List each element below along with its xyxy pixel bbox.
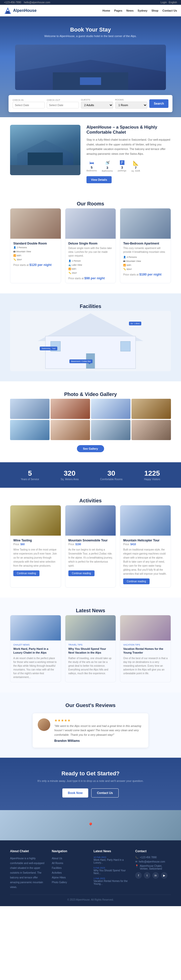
news-category-1: CHALET NEWS	[13, 643, 58, 646]
social-twitter[interactable]: t	[144, 872, 150, 879]
see-gallery-button[interactable]: See Gallery	[77, 445, 104, 452]
social-facebook[interactable]: f	[135, 872, 142, 879]
footer-nav-activities[interactable]: Activities	[52, 871, 61, 874]
social-linkedin[interactable]: in	[152, 872, 159, 879]
news-desc-3: One of the best of our research is that …	[123, 656, 168, 675]
footer-nav-about[interactable]: About Us	[52, 857, 62, 860]
gallery-item-5[interactable]	[10, 420, 50, 440]
gallery-item-6[interactable]	[50, 420, 90, 440]
house-body-shape	[45, 336, 136, 369]
news-body-3: VACATION TIPS Vacation Rental Homes for …	[120, 641, 171, 678]
guests-select[interactable]: 2 Adults1 Adult3 Adults	[81, 102, 113, 109]
stat-parking-val: 3	[118, 165, 126, 169]
gallery-item-1[interactable]	[10, 399, 50, 419]
gallery-item-3[interactable]	[91, 399, 131, 419]
nav-contact[interactable]: Contact Us	[162, 9, 177, 12]
news-card-3: VACATION TIPS Vacation Rental Homes for …	[120, 615, 171, 682]
news-title-1: Work Hard, Party Hard in a Luxury Chalet…	[13, 647, 58, 655]
gallery-item-2[interactable]	[50, 399, 90, 419]
footer-email-text: hello@alpenhouse.com	[139, 860, 165, 863]
checkin-input[interactable]	[13, 102, 45, 108]
reviews-title: Our Guest's Reviews	[10, 703, 171, 708]
activities-section: Activities Wine Tasting Price: $60 Wine …	[0, 488, 181, 598]
stat-rooms-number: 30	[100, 469, 123, 477]
room-feature-wifi-1: 📶 WiFi	[13, 255, 35, 257]
activities-title: Activities	[10, 498, 171, 504]
cta-title: Ready to Get Started?	[10, 770, 171, 777]
news-title: Latest News	[10, 608, 171, 614]
news-desc-2: Rather of traveling, one should take up …	[68, 656, 113, 675]
topbar-email[interactable]: hello@alpenhouse.com	[24, 1, 50, 4]
stat-years-label: Years of Service	[21, 478, 39, 480]
facilities-title: Facilities	[10, 304, 171, 309]
footer-news-item-2: 5 Feb 2023 Why You Should Spend Your Nex…	[93, 867, 129, 875]
stat-visitors-label: Happy Visitors	[144, 478, 160, 480]
activity-body-2: Mountain Snowmobile Tour Price: $190 As …	[65, 536, 116, 579]
gallery-item-4[interactable]	[131, 399, 171, 419]
gallery-item-8[interactable]	[131, 420, 171, 440]
facility-tag-pool[interactable]: Swimming Pool	[40, 347, 57, 350]
footer-nav-gallery[interactable]: Photo Gallery	[52, 881, 67, 884]
nav-shop[interactable]: Shop	[151, 9, 158, 12]
rooms-select[interactable]: 1 Room2 Rooms	[115, 102, 147, 109]
room-feature-view-1: 🏔 Mountain View	[13, 250, 35, 253]
social-youtube[interactable]: ▶	[161, 872, 167, 879]
parking-icon: 🅿	[118, 160, 126, 165]
news-card-2: TRAVEL TIPS Why You Should Spend Your Ne…	[65, 615, 116, 682]
room-feature-wifi-3: 📶 WiFi	[123, 264, 145, 266]
guests-field: GUESTS 2 Adults1 Adult3 Adults	[81, 99, 113, 109]
logo-text: AlpenHouse	[13, 8, 36, 13]
reviewer-avatar	[38, 718, 50, 731]
email-icon: ✉	[135, 860, 137, 863]
footer-nav-facilities[interactable]: Facilities	[52, 867, 61, 869]
room-feature-view-2: 🌊 Lake View	[68, 264, 90, 266]
nav-sydney[interactable]: Sydney	[137, 9, 147, 12]
stat-area-label: sq. 500ft	[131, 170, 140, 172]
search-button[interactable]: Search	[150, 99, 168, 108]
logo-icon	[4, 7, 11, 14]
activity-price-3: Price: $410	[123, 543, 168, 546]
activity-readmore-1[interactable]: Continue reading	[13, 570, 39, 576]
topbar-phone[interactable]: +123-456-7890	[4, 1, 21, 4]
cta-book-button[interactable]: Book Now	[62, 788, 88, 797]
nav-home[interactable]: Home	[102, 9, 110, 12]
checkout-input[interactable]	[47, 102, 79, 108]
stat-bedrooms-label: Bedrooms	[87, 169, 97, 172]
room-features-3: 👤 4 Persons 🏔 Mountain View 📶 WiFi 📏 60m…	[123, 256, 168, 270]
footer-nav-title: Navigation	[52, 850, 88, 853]
login-link[interactable]: Login	[161, 1, 167, 4]
checkout-field: CHECK-OUT	[47, 99, 79, 108]
activity-readmore-3[interactable]: Continue reading	[123, 579, 150, 584]
activity-card-3: Mountain Helicopter Tour Price: $410 Bui…	[120, 505, 171, 587]
stat-area-label: Sq. Meters Area	[61, 478, 79, 480]
activity-readmore-2[interactable]: Continue reading	[68, 570, 94, 576]
rooms-label: ROOMS	[115, 99, 147, 101]
footer-nav-hikes[interactable]: Alpine Hikes	[52, 876, 66, 879]
stat-bathrooms-val: 3	[102, 166, 113, 170]
cta-contact-button[interactable]: Contact Us	[91, 788, 119, 797]
news-image-2	[65, 615, 116, 641]
view-details-button[interactable]: View Details	[87, 176, 112, 183]
language-selector[interactable]: English	[169, 1, 177, 4]
nav-news[interactable]: News	[126, 9, 134, 12]
reviewer-name: Brandon Williams	[54, 739, 143, 743]
facility-dot-2	[88, 362, 90, 364]
news-body-2: TRAVEL TIPS Why You Should Spend Your Ne…	[65, 641, 116, 678]
room-features-1: 👤 2 Persons 🏔 Mountain View 📶 WiFi 📏 30m…	[13, 246, 58, 261]
room-card-2: Deluxe Single Room Deluxe single room wi…	[65, 208, 116, 283]
room-feature-size-3: 📏 60m²	[123, 268, 145, 270]
nav-pages[interactable]: Pages	[114, 9, 122, 12]
stat-parking-label: parkings	[118, 169, 126, 172]
room-image-3	[120, 208, 171, 239]
logo[interactable]: AlpenHouse	[4, 7, 36, 14]
stat-years-number: 5	[21, 469, 39, 477]
news-image-3	[120, 615, 171, 641]
footer-nav-rooms[interactable]: All Rooms	[52, 862, 63, 865]
activity-image-2	[65, 505, 116, 536]
review-stars: ★★★★★	[54, 718, 143, 722]
hero-subtitle: Welcome to AlpenHouse, a guest studio ho…	[44, 35, 137, 38]
news-body-1: CHALET NEWS Work Hard, Party Hard in a L…	[10, 641, 61, 682]
gallery-item-7[interactable]	[91, 420, 131, 440]
footer-news-item-1: 10 Feb 2023 Work Hard, Party Hard in a L…	[93, 856, 129, 864]
facility-tag-early[interactable]: Early Bird	[129, 321, 141, 325]
